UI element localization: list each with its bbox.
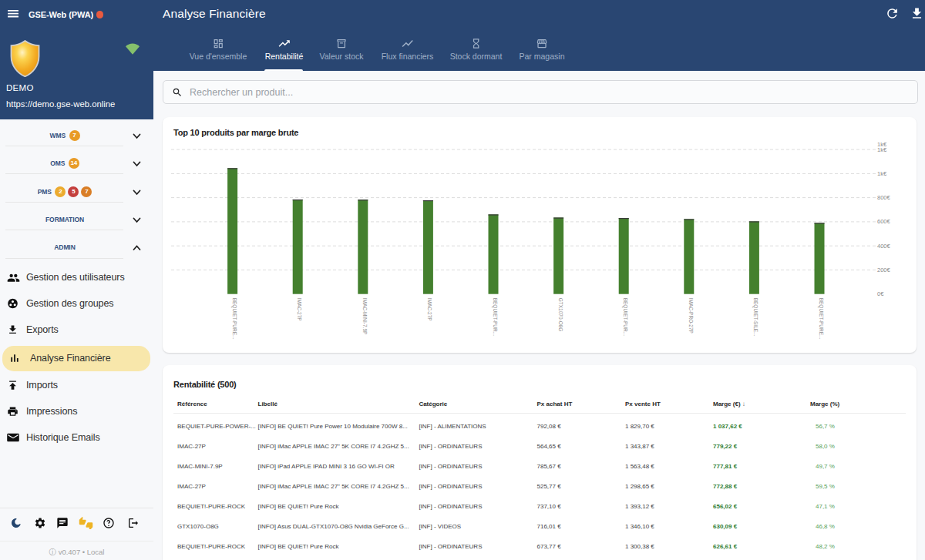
svg-text:BEQUIET-PUR...: BEQUIET-PUR... — [492, 298, 498, 337]
svg-text:GTX1070-O8G: GTX1070-O8G — [558, 298, 563, 332]
svg-text:IMAC-PRO-27P: IMAC-PRO-27P — [688, 298, 694, 334]
svg-text:800€: 800€ — [877, 194, 891, 201]
svg-text:IMAC-27P: IMAC-27P — [427, 298, 432, 321]
svg-text:0€: 0€ — [877, 290, 884, 297]
svg-text:1k€: 1k€ — [877, 170, 887, 177]
svg-text:600€: 600€ — [877, 218, 891, 225]
svg-text:IMAC-27P: IMAC-27P — [297, 298, 302, 321]
svg-text:BEQUIET-PURE...: BEQUIET-PURE... — [818, 298, 824, 340]
svg-text:BEQUIET-PURE...: BEQUIET-PURE... — [231, 298, 237, 340]
svg-text:400€: 400€ — [877, 243, 891, 250]
svg-text:BEQUIET-SILE...: BEQUIET-SILE... — [752, 298, 758, 337]
svg-text:1k€: 1k€ — [877, 146, 887, 153]
svg-text:200€: 200€ — [877, 267, 891, 273]
svg-text:BEQUIET-PUR...: BEQUIET-PUR... — [622, 298, 628, 337]
svg-text:IMAC-MINI-7.9P: IMAC-MINI-7.9P — [362, 298, 368, 335]
